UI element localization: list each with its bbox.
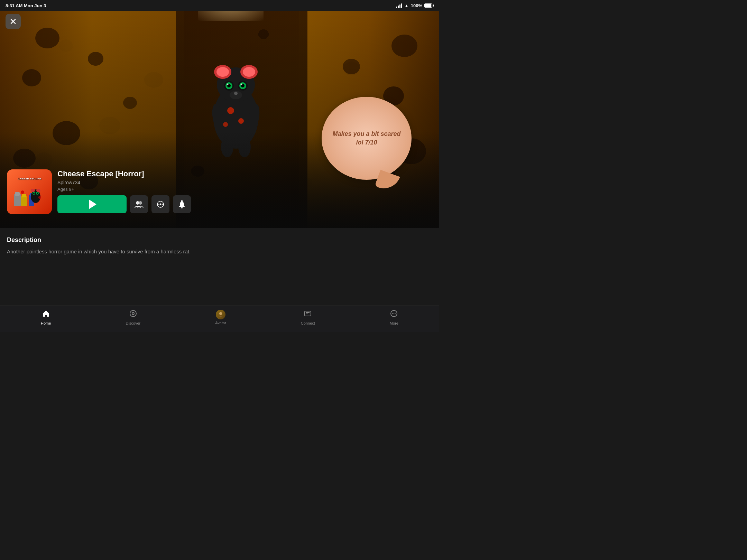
svg-point-36 bbox=[37, 193, 38, 194]
svg-point-38 bbox=[38, 196, 41, 199]
svg-point-5 bbox=[243, 67, 255, 77]
game-title: Cheese Escape [Horror] bbox=[57, 169, 191, 178]
home-icon bbox=[42, 309, 50, 320]
svg-point-42 bbox=[160, 204, 162, 205]
nav-discover[interactable]: Discover bbox=[120, 308, 146, 327]
more-options-icon bbox=[156, 200, 165, 208]
svg-point-13 bbox=[240, 84, 242, 85]
status-right: ▲ 100% bbox=[396, 3, 434, 8]
bell-icon bbox=[178, 200, 186, 208]
svg-point-55 bbox=[393, 313, 393, 314]
nav-connect[interactable]: Connect bbox=[295, 308, 321, 327]
notifications-button[interactable] bbox=[173, 195, 191, 213]
nav-avatar[interactable]: Avatar bbox=[210, 308, 232, 326]
svg-point-56 bbox=[394, 313, 394, 314]
svg-point-12 bbox=[227, 84, 228, 85]
wifi-icon: ▲ bbox=[404, 3, 409, 8]
description-text: Another pointless horror game in which y… bbox=[7, 248, 432, 256]
close-button[interactable] bbox=[6, 14, 21, 29]
nav-more-label: More bbox=[390, 321, 398, 325]
hero-image: Makes you a bit scared lol 7/10 CHEESE E… bbox=[0, 0, 439, 228]
battery-icon bbox=[424, 3, 434, 8]
game-creator: Spirow734 bbox=[57, 180, 191, 185]
connect-icon bbox=[304, 309, 312, 320]
discover-icon bbox=[129, 309, 137, 320]
friends-icon bbox=[135, 200, 144, 208]
svg-point-35 bbox=[33, 193, 35, 194]
svg-point-3 bbox=[216, 67, 229, 77]
nav-connect-label: Connect bbox=[301, 321, 315, 325]
svg-point-31 bbox=[31, 189, 35, 192]
play-icon bbox=[89, 199, 96, 209]
svg-point-40 bbox=[139, 201, 142, 205]
nav-home-label: Home bbox=[41, 321, 51, 325]
svg-rect-47 bbox=[181, 200, 183, 201]
svg-point-20 bbox=[227, 107, 234, 114]
nav-home[interactable]: Home bbox=[35, 308, 56, 327]
action-buttons bbox=[57, 195, 191, 213]
signal-icon bbox=[396, 3, 402, 8]
game-thumbnail: CHEESE ESCAPE bbox=[7, 169, 52, 214]
status-bar: 8:31 AM Mon Jun 3 ▲ 100% bbox=[0, 0, 439, 11]
more-options-button[interactable] bbox=[151, 195, 169, 213]
content-section: Description Another pointless horror gam… bbox=[0, 228, 439, 306]
more-icon bbox=[390, 309, 398, 320]
svg-point-51 bbox=[132, 312, 134, 315]
status-time-date: 8:31 AM Mon Jun 3 bbox=[6, 3, 46, 8]
game-info-section: CHEESE ESCAPE bbox=[7, 169, 432, 214]
svg-point-52 bbox=[219, 312, 222, 315]
svg-point-37 bbox=[21, 190, 24, 194]
battery-percent: 100% bbox=[411, 3, 422, 8]
svg-rect-26 bbox=[22, 194, 26, 197]
svg-rect-24 bbox=[15, 192, 20, 196]
svg-point-50 bbox=[130, 310, 136, 317]
svg-point-22 bbox=[223, 122, 228, 127]
svg-point-32 bbox=[36, 189, 40, 192]
play-button[interactable] bbox=[57, 195, 127, 213]
game-age-rating: Ages 9+ bbox=[57, 187, 191, 192]
nav-avatar-label: Avatar bbox=[215, 321, 226, 325]
nav-more[interactable]: More bbox=[384, 308, 404, 327]
svg-point-15 bbox=[234, 92, 238, 95]
avatar-icon bbox=[216, 310, 225, 319]
close-icon bbox=[10, 19, 16, 24]
speech-bubble: Makes you a bit scared lol 7/10 bbox=[322, 97, 412, 180]
svg-point-21 bbox=[238, 118, 244, 124]
svg-rect-23 bbox=[14, 194, 21, 206]
speech-bubble-text: Makes you a bit scared lol 7/10 bbox=[322, 123, 412, 154]
svg-point-57 bbox=[395, 313, 396, 314]
description-heading: Description bbox=[7, 236, 432, 244]
friends-button[interactable] bbox=[130, 195, 148, 213]
svg-point-46 bbox=[181, 207, 183, 208]
bottom-nav: Home Discover Avatar Connect bbox=[0, 306, 439, 332]
nav-discover-label: Discover bbox=[126, 321, 140, 325]
